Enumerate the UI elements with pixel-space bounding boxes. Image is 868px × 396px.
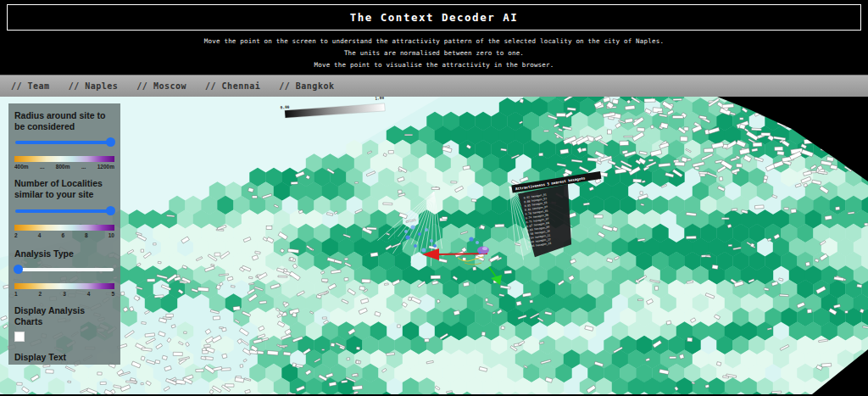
- localities-scale-labels: 2 4 6 8 10: [14, 232, 114, 238]
- radius-scale-labels: 400m ... 800m ... 1200m: [14, 164, 114, 170]
- localities-slider-handle[interactable]: [106, 206, 115, 215]
- control-panel: Radius around site to be considered 400m…: [8, 103, 120, 365]
- scale-label: 1200m: [97, 164, 114, 170]
- display-charts-title: Display Analysis Charts: [14, 305, 114, 327]
- nav-bar: // Team // Naples // Moscow // Chennai /…: [0, 75, 868, 97]
- radius-slider[interactable]: [14, 137, 114, 148]
- radius-slider-track[interactable]: [15, 141, 114, 144]
- nav-item-naples[interactable]: // Naples: [69, 81, 119, 91]
- scale-label: ...: [40, 164, 44, 170]
- nav-item-team[interactable]: // Team: [11, 81, 50, 91]
- display-text-title: Display Text: [14, 352, 114, 363]
- nav-item-moscow[interactable]: // Moscow: [136, 81, 186, 91]
- scale-label: 1: [14, 291, 18, 297]
- scale-label: 3: [63, 291, 66, 297]
- selected-point-highlight: [482, 247, 487, 250]
- instructions-block: Move the point on the screen to understa…: [0, 31, 868, 75]
- analysis-slider-track[interactable]: [15, 268, 114, 271]
- scale-label: 6: [61, 232, 64, 238]
- analysis-slider[interactable]: [14, 265, 114, 275]
- page-title: The Context Decoder AI: [350, 11, 519, 24]
- scale-label: 4: [87, 291, 91, 297]
- legend-max-label: 1.00: [375, 97, 384, 101]
- scale-label: ...: [81, 164, 86, 170]
- scale-label: 2: [39, 291, 42, 297]
- analysis-scale-labels: 1 2 3 4 5: [14, 291, 114, 297]
- analysis-color-scale: [14, 283, 114, 289]
- radius-color-scale: [14, 156, 114, 162]
- scale-label: 4: [38, 232, 42, 238]
- radius-slider-handle[interactable]: [106, 137, 115, 147]
- localities-section-title: Number of Localities similar to your sit…: [14, 178, 114, 200]
- scale-label: 8: [85, 232, 88, 238]
- legend-min-label: 0.00: [280, 105, 289, 110]
- nav-item-chennai[interactable]: // Chennai: [205, 81, 260, 91]
- scale-label: 5: [111, 291, 114, 297]
- scale-label: 400m: [14, 164, 29, 170]
- title-bar: The Context Decoder AI: [7, 4, 861, 31]
- instruction-line-3: Move the point to visualise the attracti…: [314, 61, 554, 69]
- map-area: 0.00 1.00 Attractiveness 5 nearest hexag…: [0, 97, 868, 394]
- localities-color-scale: [14, 225, 114, 231]
- display-charts-checkbox[interactable]: [14, 332, 25, 342]
- scale-label: 10: [108, 232, 114, 238]
- marker-dot: [479, 252, 481, 254]
- instruction-line-2: The units are normalised between zero to…: [344, 49, 524, 57]
- radius-section-title: Radius around site to be considered: [14, 110, 114, 132]
- instruction-line-1: Move the point on the screen to understa…: [204, 37, 664, 45]
- nav-item-bangkok[interactable]: // Bangkok: [279, 81, 334, 91]
- map-3d-viewport[interactable]: 0.00 1.00 Attractiveness 5 nearest hexag…: [0, 97, 868, 394]
- scale-label: 800m: [56, 164, 70, 170]
- scale-label: 2: [14, 232, 18, 238]
- page-header: The Context Decoder AI: [0, 0, 868, 31]
- analysis-section-title: Analysis Type: [14, 248, 114, 259]
- localities-slider-track[interactable]: [15, 209, 114, 213]
- localities-slider[interactable]: [14, 206, 114, 216]
- analysis-slider-handle[interactable]: [14, 265, 23, 274]
